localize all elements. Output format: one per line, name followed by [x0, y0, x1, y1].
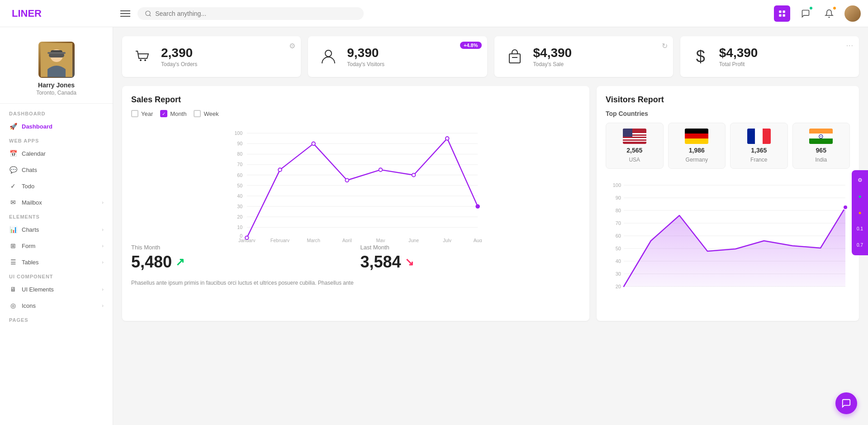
- svg-text:May: May: [376, 238, 385, 242]
- sidebar-item-label: Chats: [22, 167, 37, 173]
- more-icon[interactable]: ···: [846, 42, 854, 50]
- sidebar-item-label: Tables: [22, 259, 39, 266]
- sidebar: Harry Jones Toronto, Canada DASHBOARD 🚀 …: [0, 27, 113, 425]
- filter-month[interactable]: ✓ Month: [160, 110, 186, 117]
- panel-item-2[interactable]: ●: [854, 206, 866, 219]
- month-label: Month: [170, 110, 186, 117]
- stat-info-sale: $4,390 Today's Sale: [533, 46, 664, 67]
- svg-text:60: 60: [616, 233, 621, 239]
- cart-icon: [133, 48, 152, 66]
- settings-icon[interactable]: ⚙: [289, 42, 295, 50]
- bag-icon-container: [503, 45, 526, 68]
- sidebar-item-chats[interactable]: 💬 Chats: [0, 162, 113, 178]
- ui-elements-icon: 🖥: [9, 285, 17, 293]
- year-checkbox[interactable]: [131, 110, 138, 117]
- avatar-illustration: [41, 43, 72, 77]
- user-profile: Harry Jones Toronto, Canada: [0, 34, 113, 104]
- menu-button[interactable]: [120, 10, 130, 17]
- chats-icon: 💬: [9, 166, 17, 174]
- sales-chart: 100 90 80 70 60 50 40 30 20 10 0: [131, 124, 580, 244]
- grid-icon: [778, 10, 786, 18]
- section-label-webapps: WEB APPS: [0, 134, 113, 145]
- svg-text:10: 10: [237, 224, 242, 230]
- sidebar-item-tables[interactable]: ☰ Tables ›: [0, 254, 113, 270]
- dashboard-icon: 🚀: [9, 122, 17, 130]
- svg-text:90: 90: [616, 195, 621, 201]
- chevron-right-icon: ›: [102, 303, 104, 308]
- svg-text:90: 90: [237, 141, 242, 146]
- header-actions: [774, 5, 861, 22]
- week-checkbox[interactable]: [194, 110, 201, 117]
- bell-icon: [825, 9, 834, 18]
- sidebar-item-label: Icons: [22, 302, 36, 309]
- svg-rect-5: [783, 14, 785, 16]
- svg-point-13: [325, 50, 332, 57]
- search-bar[interactable]: [138, 7, 364, 20]
- right-floating-panel: ⚙ ● ● 0.1 0.7: [852, 170, 868, 255]
- stat-info-orders: 2,390 Today's Orders: [161, 46, 292, 67]
- svg-point-43: [446, 137, 449, 140]
- chat-button[interactable]: [797, 5, 814, 22]
- chat-fab-button[interactable]: [835, 392, 857, 414]
- sales-report-card: Sales Report Year ✓ Month Week: [122, 86, 589, 321]
- countries-grid: 2,565 USA 1,986 Germany 1,365 France: [606, 123, 850, 169]
- sidebar-item-charts[interactable]: 📊 Charts ›: [0, 221, 113, 238]
- panel-item-1[interactable]: ●: [854, 190, 866, 203]
- sales-chart-svg: 100 90 80 70 60 50 40 30 20 10 0: [131, 124, 580, 242]
- svg-rect-14: [509, 54, 520, 63]
- sidebar-item-icons[interactable]: ◎ Icons ›: [0, 297, 113, 314]
- chevron-right-icon: ›: [102, 259, 104, 265]
- stat-info-profit: $4,390 Total Profit: [719, 46, 850, 67]
- svg-text:70: 70: [616, 220, 621, 226]
- filter-year[interactable]: Year: [131, 110, 153, 117]
- form-icon: ⊞: [9, 242, 17, 250]
- refresh-icon[interactable]: ↻: [662, 42, 668, 50]
- user-avatar[interactable]: [844, 5, 861, 22]
- sidebar-item-mailbox[interactable]: ✉ Mailbox ›: [0, 194, 113, 210]
- stat-value-visitors: 9,390: [347, 46, 478, 60]
- panel-item-3[interactable]: 0.1: [854, 223, 866, 235]
- stat-card-visitors: 9,390 Today's Visitors +4.8%: [308, 36, 487, 77]
- notification-badge: [833, 6, 836, 10]
- svg-text:July: July: [443, 238, 452, 242]
- month-checkbox[interactable]: ✓: [160, 110, 167, 117]
- area-chart-svg: 100 90 80 70 60 50 40 30 20: [606, 176, 850, 312]
- sidebar-item-todo[interactable]: ✓ Todo: [0, 178, 113, 194]
- header: LINER: [0, 0, 868, 27]
- sidebar-item-form[interactable]: ⊞ Form ›: [0, 238, 113, 254]
- panel-settings-icon[interactable]: ⚙: [854, 174, 866, 186]
- notification-button[interactable]: [821, 5, 837, 22]
- svg-point-42: [412, 173, 416, 177]
- this-month-stat: This Month 5,480 ↗: [131, 244, 351, 272]
- sidebar-item-dashboard[interactable]: 🚀 Dashboard: [0, 118, 113, 134]
- tables-icon: ☰: [9, 258, 17, 266]
- stat-value-sale: $4,390: [533, 46, 664, 60]
- sidebar-item-label: UI Elements: [22, 286, 54, 293]
- sales-report-title: Sales Report: [131, 95, 580, 105]
- sidebar-item-calendar[interactable]: 📅 Calendar: [0, 145, 113, 162]
- filter-week[interactable]: Week: [194, 110, 218, 117]
- sidebar-item-label: Todo: [22, 183, 34, 190]
- svg-text:January: January: [238, 238, 256, 242]
- svg-text:80: 80: [237, 151, 242, 157]
- trend-down-icon: ↘: [405, 256, 414, 268]
- calendar-icon: 📅: [9, 149, 17, 158]
- svg-text:50: 50: [237, 183, 242, 188]
- svg-point-11: [140, 59, 142, 61]
- grid-button[interactable]: [774, 5, 790, 22]
- country-card-fr: 1,365 France: [730, 123, 788, 169]
- section-label-dashboard: DASHBOARD: [0, 107, 113, 118]
- month-description: Phasellus ante ipsum primis in faucibus …: [131, 279, 580, 287]
- country-card-de: 1,986 Germany: [668, 123, 726, 169]
- panel-item-4[interactable]: 0.7: [854, 239, 866, 252]
- user-name: Harry Jones: [38, 81, 75, 89]
- svg-line-1: [150, 14, 151, 16]
- sidebar-item-ui-elements[interactable]: 🖥 UI Elements ›: [0, 281, 113, 297]
- search-input[interactable]: [155, 10, 356, 17]
- svg-text:20: 20: [616, 284, 621, 289]
- stat-card-sale: $4,390 Today's Sale ↻: [494, 36, 673, 77]
- stat-value-profit: $4,390: [719, 46, 850, 60]
- stat-card-profit: $ $4,390 Total Profit ···: [680, 36, 859, 77]
- chat-fab-icon: [841, 398, 851, 408]
- fr-name: France: [750, 157, 767, 163]
